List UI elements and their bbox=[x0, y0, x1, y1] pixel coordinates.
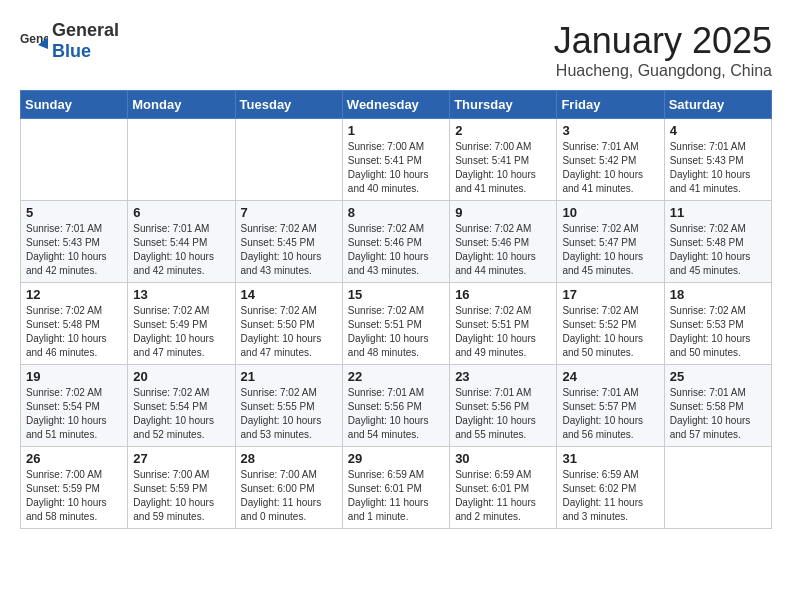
day-number: 17 bbox=[562, 287, 658, 302]
logo: General General Blue bbox=[20, 20, 119, 62]
day-info: Sunrise: 7:02 AM Sunset: 5:45 PM Dayligh… bbox=[241, 222, 337, 278]
calendar-cell: 6Sunrise: 7:01 AM Sunset: 5:44 PM Daylig… bbox=[128, 201, 235, 283]
day-number: 20 bbox=[133, 369, 229, 384]
day-number: 22 bbox=[348, 369, 444, 384]
day-info: Sunrise: 7:00 AM Sunset: 6:00 PM Dayligh… bbox=[241, 468, 337, 524]
calendar-cell: 11Sunrise: 7:02 AM Sunset: 5:48 PM Dayli… bbox=[664, 201, 771, 283]
day-info: Sunrise: 7:00 AM Sunset: 5:41 PM Dayligh… bbox=[455, 140, 551, 196]
day-info: Sunrise: 7:01 AM Sunset: 5:44 PM Dayligh… bbox=[133, 222, 229, 278]
calendar-cell: 17Sunrise: 7:02 AM Sunset: 5:52 PM Dayli… bbox=[557, 283, 664, 365]
day-info: Sunrise: 7:01 AM Sunset: 5:43 PM Dayligh… bbox=[26, 222, 122, 278]
page-header: General General Blue January 2025 Huache… bbox=[20, 20, 772, 80]
day-number: 10 bbox=[562, 205, 658, 220]
day-info: Sunrise: 7:02 AM Sunset: 5:55 PM Dayligh… bbox=[241, 386, 337, 442]
day-number: 4 bbox=[670, 123, 766, 138]
weekday-header-wednesday: Wednesday bbox=[342, 91, 449, 119]
day-number: 13 bbox=[133, 287, 229, 302]
calendar-cell: 3Sunrise: 7:01 AM Sunset: 5:42 PM Daylig… bbox=[557, 119, 664, 201]
day-number: 15 bbox=[348, 287, 444, 302]
day-info: Sunrise: 6:59 AM Sunset: 6:02 PM Dayligh… bbox=[562, 468, 658, 524]
logo-general: General bbox=[52, 20, 119, 40]
calendar-cell: 9Sunrise: 7:02 AM Sunset: 5:46 PM Daylig… bbox=[450, 201, 557, 283]
day-info: Sunrise: 7:02 AM Sunset: 5:48 PM Dayligh… bbox=[26, 304, 122, 360]
weekday-header-tuesday: Tuesday bbox=[235, 91, 342, 119]
day-number: 24 bbox=[562, 369, 658, 384]
calendar-cell: 2Sunrise: 7:00 AM Sunset: 5:41 PM Daylig… bbox=[450, 119, 557, 201]
day-info: Sunrise: 7:02 AM Sunset: 5:50 PM Dayligh… bbox=[241, 304, 337, 360]
day-number: 26 bbox=[26, 451, 122, 466]
day-number: 6 bbox=[133, 205, 229, 220]
day-info: Sunrise: 7:02 AM Sunset: 5:49 PM Dayligh… bbox=[133, 304, 229, 360]
calendar-cell bbox=[128, 119, 235, 201]
calendar-cell: 26Sunrise: 7:00 AM Sunset: 5:59 PM Dayli… bbox=[21, 447, 128, 529]
calendar-cell: 24Sunrise: 7:01 AM Sunset: 5:57 PM Dayli… bbox=[557, 365, 664, 447]
day-number: 14 bbox=[241, 287, 337, 302]
calendar-table: SundayMondayTuesdayWednesdayThursdayFrid… bbox=[20, 90, 772, 529]
day-info: Sunrise: 7:02 AM Sunset: 5:54 PM Dayligh… bbox=[26, 386, 122, 442]
calendar-cell: 20Sunrise: 7:02 AM Sunset: 5:54 PM Dayli… bbox=[128, 365, 235, 447]
calendar-cell: 14Sunrise: 7:02 AM Sunset: 5:50 PM Dayli… bbox=[235, 283, 342, 365]
day-info: Sunrise: 6:59 AM Sunset: 6:01 PM Dayligh… bbox=[348, 468, 444, 524]
day-number: 11 bbox=[670, 205, 766, 220]
day-info: Sunrise: 7:01 AM Sunset: 5:43 PM Dayligh… bbox=[670, 140, 766, 196]
calendar-week-row: 5Sunrise: 7:01 AM Sunset: 5:43 PM Daylig… bbox=[21, 201, 772, 283]
day-info: Sunrise: 7:01 AM Sunset: 5:56 PM Dayligh… bbox=[348, 386, 444, 442]
day-info: Sunrise: 7:02 AM Sunset: 5:46 PM Dayligh… bbox=[455, 222, 551, 278]
day-number: 5 bbox=[26, 205, 122, 220]
day-number: 29 bbox=[348, 451, 444, 466]
day-number: 28 bbox=[241, 451, 337, 466]
calendar-week-row: 12Sunrise: 7:02 AM Sunset: 5:48 PM Dayli… bbox=[21, 283, 772, 365]
calendar-cell: 23Sunrise: 7:01 AM Sunset: 5:56 PM Dayli… bbox=[450, 365, 557, 447]
calendar-cell: 21Sunrise: 7:02 AM Sunset: 5:55 PM Dayli… bbox=[235, 365, 342, 447]
calendar-cell: 16Sunrise: 7:02 AM Sunset: 5:51 PM Dayli… bbox=[450, 283, 557, 365]
calendar-cell: 5Sunrise: 7:01 AM Sunset: 5:43 PM Daylig… bbox=[21, 201, 128, 283]
weekday-header-saturday: Saturday bbox=[664, 91, 771, 119]
day-info: Sunrise: 7:02 AM Sunset: 5:47 PM Dayligh… bbox=[562, 222, 658, 278]
day-info: Sunrise: 7:02 AM Sunset: 5:51 PM Dayligh… bbox=[348, 304, 444, 360]
calendar-cell: 27Sunrise: 7:00 AM Sunset: 5:59 PM Dayli… bbox=[128, 447, 235, 529]
day-number: 25 bbox=[670, 369, 766, 384]
weekday-header-thursday: Thursday bbox=[450, 91, 557, 119]
title-block: January 2025 Huacheng, Guangdong, China bbox=[554, 20, 772, 80]
calendar-week-row: 1Sunrise: 7:00 AM Sunset: 5:41 PM Daylig… bbox=[21, 119, 772, 201]
day-number: 27 bbox=[133, 451, 229, 466]
day-number: 3 bbox=[562, 123, 658, 138]
month-title: January 2025 bbox=[554, 20, 772, 62]
day-info: Sunrise: 7:02 AM Sunset: 5:51 PM Dayligh… bbox=[455, 304, 551, 360]
calendar-cell: 7Sunrise: 7:02 AM Sunset: 5:45 PM Daylig… bbox=[235, 201, 342, 283]
calendar-cell: 30Sunrise: 6:59 AM Sunset: 6:01 PM Dayli… bbox=[450, 447, 557, 529]
calendar-cell: 29Sunrise: 6:59 AM Sunset: 6:01 PM Dayli… bbox=[342, 447, 449, 529]
calendar-cell bbox=[21, 119, 128, 201]
day-info: Sunrise: 7:02 AM Sunset: 5:52 PM Dayligh… bbox=[562, 304, 658, 360]
day-number: 31 bbox=[562, 451, 658, 466]
day-info: Sunrise: 7:00 AM Sunset: 5:41 PM Dayligh… bbox=[348, 140, 444, 196]
calendar-week-row: 19Sunrise: 7:02 AM Sunset: 5:54 PM Dayli… bbox=[21, 365, 772, 447]
calendar-cell bbox=[664, 447, 771, 529]
calendar-cell: 10Sunrise: 7:02 AM Sunset: 5:47 PM Dayli… bbox=[557, 201, 664, 283]
day-info: Sunrise: 7:02 AM Sunset: 5:46 PM Dayligh… bbox=[348, 222, 444, 278]
day-number: 9 bbox=[455, 205, 551, 220]
day-number: 30 bbox=[455, 451, 551, 466]
calendar-cell: 12Sunrise: 7:02 AM Sunset: 5:48 PM Dayli… bbox=[21, 283, 128, 365]
logo-icon: General bbox=[20, 27, 48, 55]
calendar-cell: 19Sunrise: 7:02 AM Sunset: 5:54 PM Dayli… bbox=[21, 365, 128, 447]
day-number: 18 bbox=[670, 287, 766, 302]
logo-wordmark: General Blue bbox=[52, 20, 119, 62]
calendar-cell: 25Sunrise: 7:01 AM Sunset: 5:58 PM Dayli… bbox=[664, 365, 771, 447]
calendar-cell: 31Sunrise: 6:59 AM Sunset: 6:02 PM Dayli… bbox=[557, 447, 664, 529]
day-number: 8 bbox=[348, 205, 444, 220]
calendar-week-row: 26Sunrise: 7:00 AM Sunset: 5:59 PM Dayli… bbox=[21, 447, 772, 529]
logo-blue: Blue bbox=[52, 41, 91, 61]
day-info: Sunrise: 6:59 AM Sunset: 6:01 PM Dayligh… bbox=[455, 468, 551, 524]
day-number: 2 bbox=[455, 123, 551, 138]
calendar-cell bbox=[235, 119, 342, 201]
day-info: Sunrise: 7:02 AM Sunset: 5:54 PM Dayligh… bbox=[133, 386, 229, 442]
day-number: 12 bbox=[26, 287, 122, 302]
day-number: 1 bbox=[348, 123, 444, 138]
day-number: 19 bbox=[26, 369, 122, 384]
location-title: Huacheng, Guangdong, China bbox=[554, 62, 772, 80]
day-info: Sunrise: 7:02 AM Sunset: 5:48 PM Dayligh… bbox=[670, 222, 766, 278]
weekday-header-friday: Friday bbox=[557, 91, 664, 119]
day-number: 7 bbox=[241, 205, 337, 220]
calendar-cell: 8Sunrise: 7:02 AM Sunset: 5:46 PM Daylig… bbox=[342, 201, 449, 283]
